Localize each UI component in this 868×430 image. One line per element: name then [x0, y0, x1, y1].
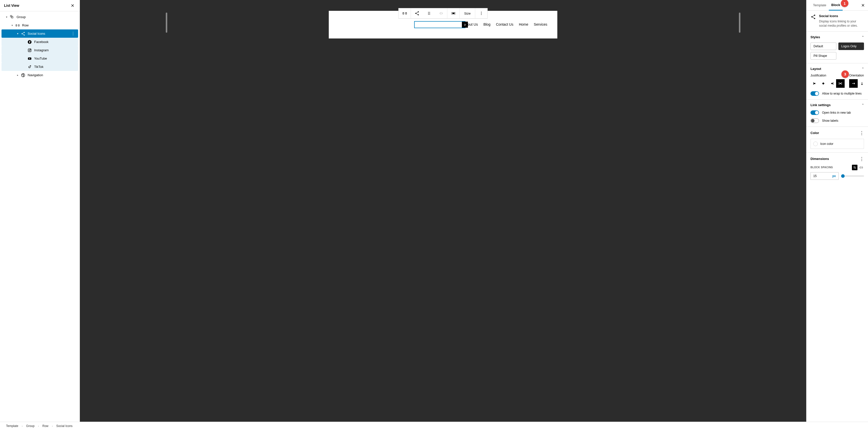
tree-label: Facebook	[33, 40, 76, 44]
justify-left-button[interactable]	[810, 79, 819, 88]
block-inspector: Template Block Social Icons Display icon…	[806, 0, 868, 422]
layout-header[interactable]: Layout ⌃	[810, 67, 864, 71]
block-spacing-label: BLOCK SPACING	[810, 166, 833, 169]
color-swatch	[813, 142, 818, 146]
facebook-icon	[27, 40, 33, 44]
tree-item-youtube[interactable]: YouTube	[1, 54, 78, 63]
breadcrumb-item[interactable]: Row	[42, 424, 49, 428]
justify-space-between-button[interactable]	[836, 79, 845, 88]
breadcrumb-item[interactable]: Group	[26, 424, 34, 428]
newtab-toggle[interactable]	[810, 110, 819, 115]
justify-right-button[interactable]	[828, 79, 836, 88]
tab-block[interactable]: Block	[829, 0, 843, 10]
chevron-right-icon[interactable]: ▸	[15, 74, 20, 77]
tree-item-row[interactable]: ▾ Row	[1, 21, 78, 29]
tree-item-instagram[interactable]: Instagram	[1, 46, 78, 54]
more-icon[interactable]: ⋮	[70, 31, 76, 36]
nav-link[interactable]: About Us	[463, 22, 478, 26]
selected-block-outline[interactable]: +	[414, 21, 465, 28]
tab-template[interactable]: Template	[810, 0, 829, 10]
tree-item-facebook[interactable]: Facebook	[1, 38, 78, 46]
orientation-label: Orientation	[849, 74, 866, 77]
svg-rect-24	[453, 13, 454, 14]
svg-point-23	[430, 14, 430, 15]
style-pill-shape[interactable]: Pill Shape	[810, 52, 836, 60]
list-view-panel: List View ▾ Group ▾ Row ▾ Social Icons ⋮	[0, 0, 80, 422]
svg-point-19	[430, 12, 430, 13]
svg-rect-2	[16, 25, 17, 26]
justify-center-button[interactable]	[819, 79, 828, 88]
more-options-button[interactable]	[475, 8, 488, 18]
chevron-right-icon: ›	[52, 425, 53, 428]
orientation-vertical-button[interactable]	[858, 79, 866, 88]
nav-link[interactable]: Contact Us	[496, 22, 514, 26]
svg-point-10	[30, 49, 31, 50]
custom-value-icon[interactable]	[852, 165, 858, 170]
more-icon[interactable]: ⋮	[860, 156, 864, 162]
orientation-buttons	[849, 79, 866, 88]
size-button[interactable]: Size	[460, 8, 475, 18]
nav-link[interactable]: Blog	[484, 22, 491, 26]
svg-point-35	[854, 167, 855, 167]
svg-point-22	[428, 14, 429, 15]
svg-point-5	[22, 33, 23, 34]
more-icon[interactable]: ⋮	[860, 130, 864, 136]
block-spacing-input[interactable]: 15 px	[810, 172, 839, 180]
newtab-label: Open links in new tab	[822, 111, 851, 114]
move-left-right-button[interactable]	[435, 8, 447, 18]
dimensions-header[interactable]: Dimensions ⋮	[810, 156, 864, 162]
dimensions-section: 6 Dimensions ⋮ BLOCK SPACING 15 px	[806, 153, 868, 183]
tree-label: Group	[15, 15, 76, 19]
list-view-title: List View	[4, 3, 19, 7]
tree-item-social-icons[interactable]: ▾ Social Icons ⋮	[1, 29, 78, 38]
tree-item-navigation[interactable]: ▸ Navigation	[1, 71, 78, 79]
scroll-indicator	[166, 12, 167, 33]
svg-point-15	[418, 11, 419, 12]
justify-button[interactable]	[447, 8, 459, 18]
show-labels-toggle[interactable]	[810, 118, 819, 123]
tree-item-group[interactable]: ▾ Group	[1, 13, 78, 21]
close-icon[interactable]	[69, 2, 75, 8]
styles-header[interactable]: Styles ⌃	[810, 35, 864, 39]
block-spacing-slider[interactable]	[841, 175, 864, 176]
orientation-horizontal-button[interactable]	[849, 79, 858, 88]
svg-point-29	[811, 16, 812, 18]
breadcrumb: Template › Group › Row › Social Icons	[0, 422, 868, 430]
tree-label: Social Icons	[26, 32, 70, 35]
close-icon[interactable]	[860, 2, 866, 8]
breadcrumb-item[interactable]: Template	[6, 424, 18, 428]
youtube-icon	[27, 56, 33, 61]
svg-rect-34	[840, 83, 841, 84]
style-logos-only[interactable]: Logos Only	[838, 42, 864, 50]
tree-item-tiktok[interactable]: TikTok	[1, 63, 78, 71]
link-settings-header[interactable]: Link settings ⌃	[810, 103, 864, 107]
nav-link[interactable]: Home	[519, 22, 528, 26]
breadcrumb-item[interactable]: Social Icons	[56, 424, 72, 428]
svg-point-16	[415, 13, 416, 14]
svg-point-21	[430, 13, 430, 14]
group-icon	[9, 15, 15, 19]
layout-section: 2 3 Layout ⌃ Justification Orientati	[806, 63, 868, 99]
editor-canvas[interactable]: Size + About Us Blog Contact Us Home Ser…	[80, 0, 806, 422]
icon-color-button[interactable]: Icon color	[810, 139, 864, 149]
social-icons-block-button[interactable]	[411, 8, 423, 18]
parent-block-button[interactable]	[399, 8, 411, 18]
color-header[interactable]: Color ⋮	[810, 130, 864, 136]
link-values-icon[interactable]	[859, 165, 864, 170]
wrap-toggle[interactable]	[810, 91, 819, 96]
style-default[interactable]: Default	[810, 42, 836, 50]
drag-handle-icon[interactable]	[423, 8, 435, 18]
justification-buttons	[810, 79, 845, 88]
scroll-indicator	[739, 12, 740, 33]
chevron-up-icon: ⌃	[862, 103, 864, 107]
chevron-up-icon: ⌃	[862, 35, 864, 39]
chevron-down-icon[interactable]: ▾	[4, 16, 9, 18]
nav-link[interactable]: Services	[534, 22, 547, 26]
tree-label: TikTok	[33, 65, 76, 69]
svg-point-30	[814, 18, 815, 19]
svg-rect-33	[832, 83, 833, 84]
svg-rect-32	[823, 83, 824, 84]
share-icon	[810, 14, 816, 21]
chevron-down-icon[interactable]: ▾	[15, 32, 20, 35]
chevron-down-icon[interactable]: ▾	[9, 24, 14, 27]
